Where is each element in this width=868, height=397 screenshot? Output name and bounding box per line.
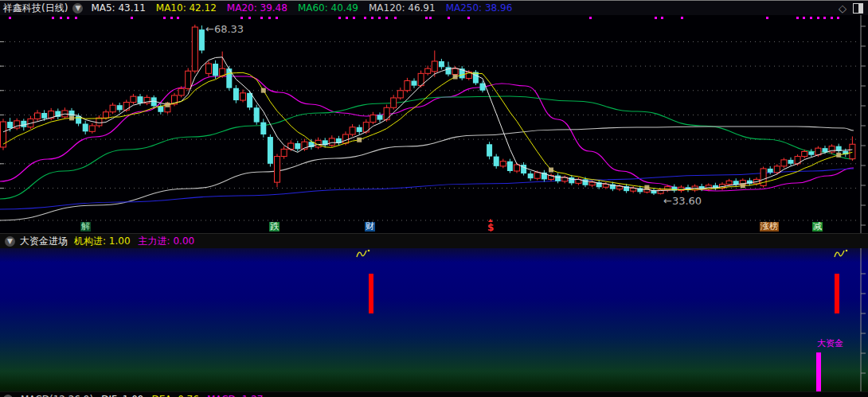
event-dot — [425, 17, 428, 19]
event-dot — [170, 17, 173, 19]
ma-line-MA5 — [3, 57, 852, 191]
event-badge[interactable]: 减 — [812, 222, 823, 232]
candle — [357, 127, 362, 132]
candle — [260, 123, 266, 134]
candle — [370, 115, 376, 122]
diamond-tool-icon[interactable]: ◇ — [839, 3, 846, 14]
event-dot — [661, 17, 663, 19]
event-dot — [837, 17, 839, 19]
institution-bar — [369, 274, 373, 313]
event-dot — [429, 17, 432, 19]
event-dot — [60, 17, 62, 19]
event-badge[interactable]: 财 — [365, 222, 375, 232]
event-dot — [75, 17, 77, 19]
candle — [281, 149, 287, 156]
candle — [192, 27, 197, 71]
panel-field: 机构进: 1.00 — [74, 235, 131, 248]
candle — [117, 105, 123, 110]
candle — [555, 176, 561, 181]
event-dot — [346, 17, 348, 19]
candle — [275, 157, 280, 183]
candle — [96, 118, 102, 126]
event-badge[interactable]: 解 — [80, 222, 91, 232]
event-badge[interactable]: 跌 — [269, 222, 280, 232]
event-dot — [177, 17, 179, 19]
ma-label: MA120: 46.91 — [369, 2, 436, 14]
event-dot — [681, 17, 683, 19]
big-money-label: 大资金 — [817, 337, 843, 349]
event-badge[interactable]: 涨榜 — [760, 222, 779, 232]
candle — [233, 88, 239, 100]
event-dot — [817, 17, 819, 19]
candle — [138, 96, 143, 103]
event-dot — [810, 17, 812, 19]
event-dot — [448, 17, 450, 19]
event-dot — [796, 17, 799, 19]
candle — [768, 169, 773, 173]
candle — [391, 98, 397, 107]
event-dot — [823, 17, 826, 19]
candle — [808, 151, 814, 154]
big-money-indicator-panel[interactable]: 大资金 — [0, 248, 868, 391]
event-dot — [338, 17, 341, 19]
candle — [329, 138, 334, 146]
indicator-canvas[interactable] — [0, 248, 868, 391]
ma-legend: MA5: 43.11MA10: 42.12MA20: 39.48MA60: 40… — [91, 2, 512, 14]
event-dot — [766, 17, 768, 19]
candle — [802, 151, 807, 156]
candle — [774, 166, 780, 173]
macd-values: MACD(12,26,9)DIF: 1.09DEA: 0.76MACD: 1.2… — [21, 394, 263, 397]
candle — [569, 177, 574, 183]
event-dot — [268, 17, 271, 19]
price-annotation: ←33.60 — [663, 195, 702, 207]
chevron-down-icon[interactable]: ▼ — [5, 236, 15, 247]
up-arrow-icon — [488, 219, 493, 222]
candle — [110, 105, 115, 112]
candle — [726, 181, 732, 184]
candle — [823, 148, 828, 152]
candle — [41, 113, 47, 119]
macd-field: DIF: 1.09 — [101, 394, 143, 397]
ma-label: MA5: 43.11 — [91, 2, 145, 14]
big-money-bar — [816, 352, 821, 391]
ma-line-MA60 — [0, 96, 854, 199]
ma-marker — [644, 185, 649, 190]
candle — [589, 182, 595, 185]
ma-marker — [836, 153, 841, 158]
candle — [534, 173, 540, 178]
candle — [35, 113, 41, 119]
ma-line-MA10 — [3, 72, 852, 189]
event-dot — [803, 17, 805, 19]
candle — [500, 162, 506, 166]
candle — [350, 127, 355, 134]
price-annotation: ←68.33 — [205, 23, 244, 35]
candle — [178, 88, 184, 95]
event-dot — [248, 17, 251, 19]
dollar-event-badge[interactable]: $ — [487, 219, 494, 233]
candle — [432, 61, 437, 72]
event-dot — [131, 17, 133, 19]
candle — [213, 64, 218, 76]
chart-canvas[interactable] — [0, 15, 868, 233]
stock-app-window: { "top_bar": { "title": "祥鑫科技(日线)", "ma_… — [0, 0, 868, 397]
candle — [268, 137, 273, 164]
panel-layout-icon[interactable] — [853, 3, 863, 14]
panel-field: 主力进: 0.00 — [139, 235, 195, 248]
event-dot — [831, 17, 833, 19]
chevron-down-icon[interactable]: ▼ — [72, 3, 83, 14]
indicator-header-bar: 祥鑫科技(日线) ▼ MA5: 43.11MA10: 42.12MA20: 39… — [0, 0, 868, 15]
macd-field: DEA: 0.76 — [151, 394, 198, 397]
candle — [446, 67, 452, 74]
candle — [384, 107, 389, 119]
candle — [199, 29, 205, 50]
event-dot — [385, 17, 388, 19]
candle — [603, 185, 608, 188]
candle — [83, 123, 88, 131]
candle — [439, 61, 444, 67]
candlestick-chart[interactable]: ←68.33←33.60解跌财涨榜减$ — [0, 15, 868, 233]
candle — [781, 160, 787, 166]
macd-field: MACD: 1.27 — [207, 394, 264, 397]
candle — [507, 162, 513, 171]
ma-marker — [357, 138, 362, 142]
candle — [788, 160, 794, 164]
